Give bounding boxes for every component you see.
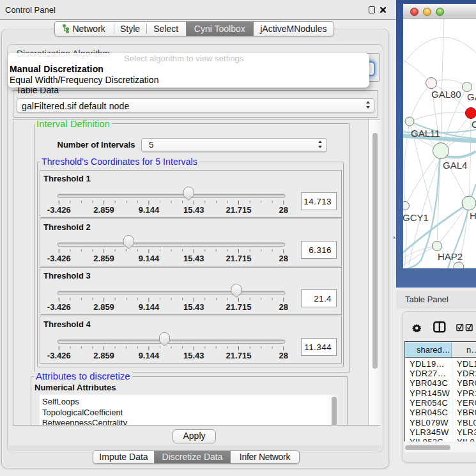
svg-text:GA: GA bbox=[467, 91, 476, 102]
svg-text:H: H bbox=[470, 210, 476, 221]
svg-text:GCY1: GCY1 bbox=[403, 212, 429, 223]
svg-text:C: C bbox=[472, 119, 476, 130]
svg-text:GAL4: GAL4 bbox=[443, 160, 467, 171]
svg-text:HAP2: HAP2 bbox=[438, 251, 463, 262]
svg-text:GAL11: GAL11 bbox=[411, 128, 440, 139]
svg-text:GAL80: GAL80 bbox=[431, 89, 461, 100]
